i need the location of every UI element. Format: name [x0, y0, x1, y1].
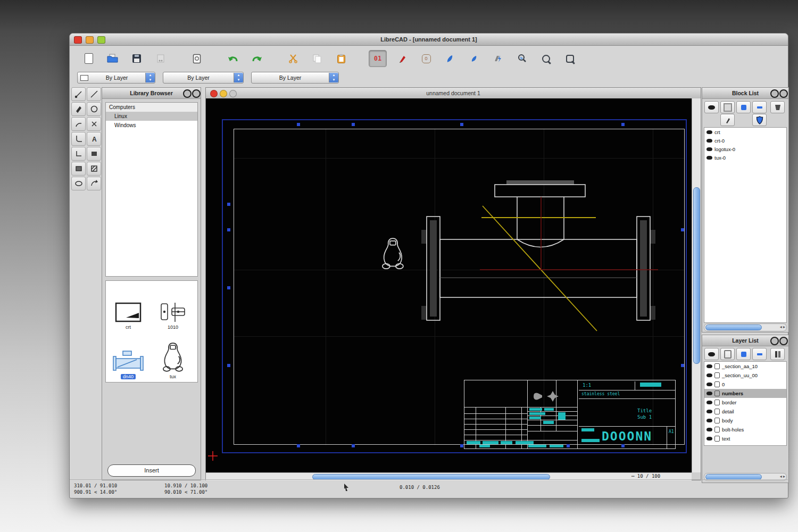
block-row[interactable]: crt-0: [704, 136, 786, 145]
zoom-auto-button[interactable]: [489, 51, 506, 66]
layer-lock-button[interactable]: [720, 348, 735, 360]
zoom-window-button[interactable]: [537, 51, 554, 66]
zoom-button[interactable]: [97, 36, 105, 44]
linetype-stepper-icon[interactable]: ▲▼: [329, 73, 338, 82]
window-titlebar[interactable]: LibreCAD - [unnamed document 1]: [70, 34, 788, 46]
block-row[interactable]: crt: [704, 128, 786, 136]
eye-icon[interactable]: [706, 392, 712, 395]
scrollbar-arrow-icons[interactable]: ◂ ▸: [780, 473, 785, 479]
freeze-block-button[interactable]: [752, 114, 767, 126]
lock-icon[interactable]: [714, 363, 720, 369]
document-zoom-button[interactable]: [229, 90, 237, 97]
color-stepper-icon[interactable]: ▲▼: [145, 73, 155, 82]
insert-block-button[interactable]: [736, 101, 751, 113]
lock-icon[interactable]: [714, 381, 720, 387]
add-block-button[interactable]: [720, 101, 735, 113]
remove-block-button[interactable]: [752, 101, 767, 113]
modify-tool-button[interactable]: [87, 177, 101, 190]
layer-row[interactable]: bolt-holes: [704, 425, 786, 434]
polyline-tool-button[interactable]: [71, 132, 86, 146]
drawing-canvas[interactable]: 1:1 stainless steel Title Sub 1 DOOONN A…: [206, 98, 692, 472]
vertical-scrollbar[interactable]: [692, 98, 701, 472]
layer-row[interactable]: text: [704, 434, 786, 443]
lineweight-combobox[interactable]: By Layer ▲▼: [163, 72, 244, 84]
library-dir-windows[interactable]: Windows: [106, 121, 197, 130]
eye-icon[interactable]: [706, 437, 712, 440]
layer-row[interactable]: 0: [704, 380, 786, 389]
eye-icon[interactable]: [706, 130, 712, 134]
lock-icon[interactable]: [714, 372, 720, 378]
corner-tool-button[interactable]: [71, 147, 86, 161]
layer-list-close-button[interactable]: [779, 337, 788, 345]
remove-layer-button[interactable]: [752, 348, 767, 360]
block-scrollbar-thumb[interactable]: [705, 325, 762, 330]
eye-icon[interactable]: [706, 410, 712, 413]
eye-icon[interactable]: [706, 383, 712, 386]
add-layer-button[interactable]: [736, 348, 751, 360]
print-preview-button[interactable]: [152, 51, 169, 66]
block-list-detach-button[interactable]: [770, 89, 779, 98]
library-item-tux[interactable]: tux: [151, 332, 195, 379]
circle-tool-button[interactable]: [87, 102, 101, 116]
rect-solid-tool-button[interactable]: [87, 147, 101, 161]
print-button[interactable]: [188, 51, 205, 66]
red-pen-button[interactable]: [394, 51, 411, 66]
undo-button[interactable]: [225, 51, 242, 66]
block-list-scrollbar[interactable]: ◂ ▸: [704, 323, 787, 331]
minimize-button[interactable]: [86, 36, 94, 44]
zoom-pointer-button[interactable]: [513, 51, 530, 66]
lock-icon[interactable]: [714, 400, 720, 405]
lock-icon[interactable]: [714, 418, 720, 423]
new-document-button[interactable]: [80, 51, 97, 66]
color-combobox[interactable]: By Layer ▲▼: [77, 72, 155, 84]
eye-icon[interactable]: [706, 401, 712, 404]
library-item-crt[interactable]: crt: [106, 283, 151, 330]
block-list-close-button[interactable]: [779, 89, 788, 98]
lock-icon[interactable]: [714, 436, 720, 442]
hatch-tool-button[interactable]: [87, 162, 101, 176]
document-close-button[interactable]: [210, 90, 218, 97]
scrollbar-arrow-icons[interactable]: ◂ ▸: [780, 324, 785, 330]
erase-tool-button[interactable]: [87, 117, 101, 131]
document-minimize-button[interactable]: [220, 90, 227, 97]
vertical-scrollbar-thumb[interactable]: [693, 187, 700, 364]
blue-pen-draw-button[interactable]: [466, 51, 483, 66]
open-document-button[interactable]: [104, 51, 121, 66]
lock-icon[interactable]: [714, 409, 720, 414]
redo-button[interactable]: [248, 51, 265, 66]
layer-row[interactable]: _section_uu_00: [704, 371, 786, 380]
block-visibility-button[interactable]: [704, 101, 719, 113]
library-item-1010[interactable]: 1010: [151, 283, 195, 330]
zoom-out-button[interactable]: [561, 51, 578, 66]
lineweight-stepper-icon[interactable]: ▲▼: [234, 73, 243, 82]
library-dir-linux[interactable]: Linux: [106, 112, 197, 121]
block-row[interactable]: tux-0: [704, 153, 786, 162]
layer-row[interactable]: detail: [704, 407, 786, 416]
linetype-combobox[interactable]: By Layer ▲▼: [251, 72, 339, 84]
cut-button[interactable]: [285, 51, 302, 66]
ellipse-tool-button[interactable]: [71, 177, 86, 190]
eye-icon[interactable]: [706, 428, 712, 431]
eye-icon[interactable]: [706, 419, 712, 422]
layer-list-detach-button[interactable]: [770, 337, 779, 345]
eye-icon[interactable]: [706, 373, 712, 377]
freehand-tool-button[interactable]: [71, 102, 86, 116]
block-row[interactable]: logotux-0: [704, 145, 786, 153]
lock-icon[interactable]: [714, 427, 720, 433]
eye-icon[interactable]: [706, 364, 712, 368]
copy-button[interactable]: [309, 51, 326, 66]
insert-button[interactable]: Insert: [107, 464, 196, 477]
edit-layer-button[interactable]: [770, 348, 785, 360]
library-close-button[interactable]: [192, 89, 201, 98]
save-document-button[interactable]: [128, 51, 145, 66]
blue-pen-edit-button[interactable]: [442, 51, 459, 66]
arc-tool-button[interactable]: [71, 117, 86, 131]
lock-icon[interactable]: [714, 390, 720, 396]
line-tool-button[interactable]: [87, 87, 101, 101]
library-detach-button[interactable]: [183, 89, 192, 98]
eye-icon[interactable]: [706, 147, 712, 151]
layer-row[interactable]: _section_aa_10: [704, 362, 786, 371]
library-dir-computers[interactable]: Computers: [106, 103, 197, 112]
delete-block-button[interactable]: [770, 101, 785, 113]
select-tool-button[interactable]: [71, 87, 86, 101]
